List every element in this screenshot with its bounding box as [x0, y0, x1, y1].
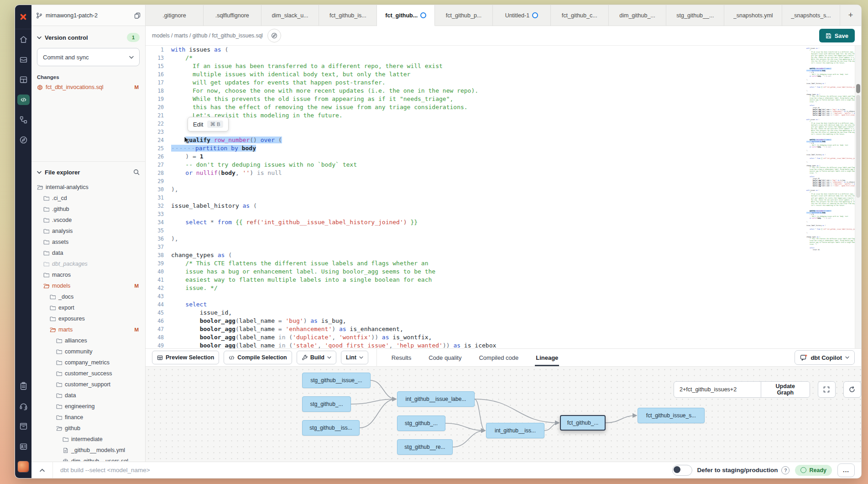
tab-sqlfluffignore[interactable]: .sqlfluffignore — [204, 5, 261, 26]
home-icon[interactable] — [15, 29, 31, 49]
tree-item-marts[interactable]: martsM — [37, 324, 140, 335]
editor-minimap[interactable]: with issues as ( /* If an issue has been… — [806, 47, 855, 250]
tree-item-data[interactable]: data — [37, 247, 140, 258]
defer-toggle[interactable] — [672, 465, 692, 476]
tree-item-ci-cd[interactable]: .ci_cd — [37, 193, 140, 204]
changed-file-row[interactable]: fct_dbt_invocations.sql M — [37, 84, 140, 90]
dbt-copilot-button[interactable]: dbt Copilot — [795, 350, 855, 365]
tab-fct-github-p[interactable]: fct_github_p... — [435, 5, 493, 26]
tab-code-quality[interactable]: Code quality — [428, 349, 462, 366]
tree-item-intermediate[interactable]: intermediate — [37, 434, 140, 445]
commit-and-sync-button[interactable]: Commit and sync — [37, 48, 140, 66]
tab-fct-github-c[interactable]: fct_github_c... — [551, 5, 609, 26]
tab-lineage[interactable]: Lineage — [535, 349, 559, 366]
lineage-node-fct-github-issue-s[interactable]: fct_github_issue_s... — [638, 408, 705, 423]
line-number: 43 — [146, 292, 171, 300]
tab-stg-github[interactable]: stg_github__... — [666, 5, 724, 26]
lineage-node-int-github-issue-labe[interactable]: int_github__issue_labe... — [397, 391, 475, 407]
tree-item-label: assets — [52, 239, 68, 245]
tab-snapshots-yml[interactable]: _snapshots.yml — [724, 5, 782, 26]
question-circle-icon[interactable]: ? — [781, 466, 790, 474]
tree-item-community[interactable]: community — [37, 346, 140, 357]
tree-item-finance[interactable]: finance — [37, 412, 140, 423]
more-options-button[interactable]: ... — [837, 463, 855, 477]
idcard-icon[interactable] — [15, 436, 31, 456]
tab-dim-slack-u[interactable]: dim_slack_u... — [261, 5, 319, 26]
tab-gitignore[interactable]: .gitignore — [146, 5, 204, 26]
tree-item-company-metrics[interactable]: company_metrics — [37, 357, 140, 368]
fullscreen-icon[interactable] — [818, 381, 836, 398]
tree-item-customer-success[interactable]: customer_success — [37, 368, 140, 379]
dbt-command-input[interactable] — [53, 467, 672, 473]
tree-item-data[interactable]: data — [37, 390, 140, 401]
lint-button[interactable]: Lint — [341, 351, 368, 364]
tab-fct-github-is[interactable]: fct_github_is... — [319, 5, 377, 26]
chevron-down-icon[interactable] — [37, 171, 42, 174]
search-icon[interactable] — [133, 169, 140, 175]
tree-item-analysis[interactable]: analysis — [37, 226, 140, 237]
tree-item-docs[interactable]: _docs — [37, 291, 140, 302]
tree-item-github[interactable]: github — [37, 423, 140, 434]
tree-item-assets[interactable]: assets — [37, 237, 140, 247]
lineage-node-stg-github[interactable]: stg_github_... — [302, 396, 351, 412]
code-editor[interactable]: 1with issues as (13 /*15 If an issue has… — [146, 46, 861, 348]
scrollbar-thumb[interactable] — [856, 84, 860, 93]
code-editor-icon[interactable] — [15, 89, 31, 110]
tree-item-github[interactable]: .github — [37, 204, 140, 215]
tree-item-label: export — [58, 305, 74, 311]
tree-item-internal-analytics[interactable]: internal-analytics — [37, 182, 140, 193]
lineage-node-int-github-iss[interactable]: int_github__iss... — [486, 423, 544, 438]
tree-item-dbt-packages[interactable]: dbt_packages — [37, 258, 140, 269]
chevron-down-icon — [129, 56, 134, 59]
archive-icon[interactable] — [15, 416, 31, 436]
edit-tooltip[interactable]: Edit ⌘ B — [188, 117, 229, 132]
refresh-icon[interactable] — [843, 381, 861, 398]
lineage-node-stg-github-iss[interactable]: stg_github__iss... — [302, 420, 360, 436]
tree-item-dim-github-users-sql[interactable]: dim_github__users.sql — [37, 456, 140, 461]
tree-item-macros[interactable]: macros — [37, 269, 140, 280]
scrollbar-region — [856, 95, 860, 198]
chevron-up-icon[interactable] — [31, 462, 52, 478]
compile-selection-button[interactable]: Compile Selection — [224, 351, 292, 364]
chevron-down-icon[interactable] — [37, 36, 42, 39]
lineage-selector-input[interactable] — [674, 382, 761, 397]
tree-item-models[interactable]: modelsM — [37, 280, 140, 291]
tree-item-export[interactable]: export — [37, 302, 140, 313]
tree-item-exposures[interactable]: exposures — [37, 313, 140, 324]
lineage-node-stg-github-re[interactable]: stg_github__re... — [397, 439, 453, 455]
preview-selection-button[interactable]: Preview Selection — [152, 351, 219, 364]
tab-dim-github[interactable]: dim_github_... — [609, 5, 667, 26]
tab-results[interactable]: Results — [391, 349, 412, 366]
file-explorer-section: File explorer internal-analytics.ci_cd.g… — [31, 162, 145, 461]
build-button[interactable]: Build — [297, 351, 336, 364]
tree-item-github-models-yml[interactable]: _github__models.yml — [37, 445, 140, 456]
lineage-node-stg-github-issue[interactable]: stg_github__issue_... — [302, 373, 371, 388]
compass-icon[interactable] — [267, 29, 281, 42]
headset-icon[interactable] — [15, 396, 31, 416]
lineage-node-fct-github[interactable]: fct_github_... — [560, 415, 606, 431]
breadcrumb-row: models / marts / github / fct_github_iss… — [146, 26, 861, 46]
tree-item-alliances[interactable]: alliances — [37, 335, 140, 346]
lineage-panel[interactable]: stg_github__issue_...stg_github_...stg_g… — [146, 367, 861, 462]
fork-icon[interactable] — [15, 110, 31, 130]
dbt-logo[interactable] — [15, 5, 31, 29]
tab-fct-github[interactable]: fct_github... — [377, 5, 435, 26]
editor-scrollbar[interactable] — [855, 46, 861, 348]
lineage-node-stg-github[interactable]: stg_github_... — [397, 416, 445, 431]
compass-icon[interactable] — [15, 130, 31, 150]
grid-icon[interactable] — [15, 69, 31, 89]
tab-untitled-1[interactable]: Untitled-1 — [493, 5, 551, 26]
tree-item-vscode[interactable]: .vscode — [37, 215, 140, 226]
new-tab-button[interactable]: + — [840, 5, 861, 26]
tab-compiled-code[interactable]: Compiled code — [478, 349, 519, 366]
tray-icon[interactable] — [15, 49, 31, 69]
user-avatar[interactable] — [17, 461, 29, 473]
update-graph-button[interactable]: Update Graph — [761, 382, 810, 397]
clipboard-icon[interactable] — [15, 376, 31, 396]
tree-item-customer-support[interactable]: customer_support — [37, 379, 140, 390]
copy-icon[interactable] — [134, 12, 141, 19]
save-button[interactable]: Save — [819, 29, 855, 42]
tree-item-engineering[interactable]: engineering — [37, 401, 140, 412]
tree-item-label: data — [65, 392, 76, 399]
tab-snapshots-s[interactable]: _snapshots_s... — [782, 5, 840, 26]
